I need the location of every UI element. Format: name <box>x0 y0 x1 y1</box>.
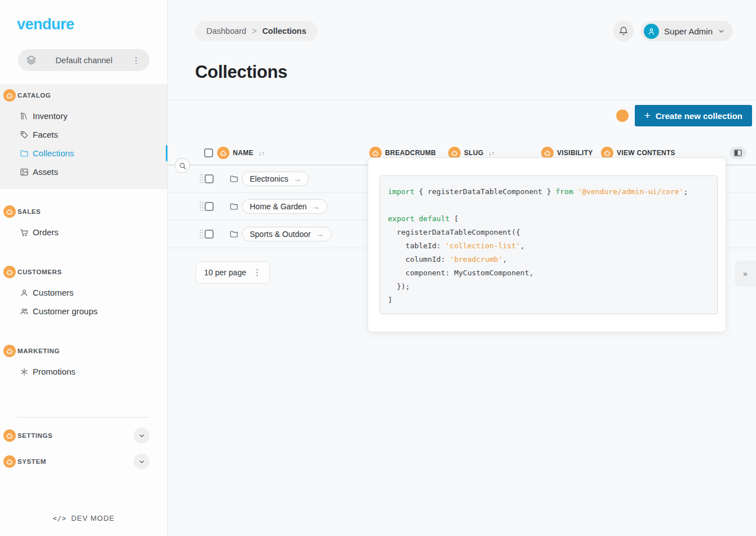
collection-chip-sports-outdoor[interactable]: Sports & Outdoor→ <box>242 227 331 241</box>
arrow-right-icon: → <box>293 174 301 183</box>
collection-chip-electronics[interactable]: Electronics→ <box>242 172 309 186</box>
image-icon <box>19 167 29 177</box>
sidebar-item-facets[interactable]: Facets <box>0 125 167 144</box>
plugin-badge-icon <box>3 429 16 442</box>
chevron-down-icon <box>138 458 145 465</box>
avatar <box>644 24 659 39</box>
sidebar-item-label: Assets <box>33 167 58 177</box>
vendure-logo: vendure <box>0 0 167 33</box>
notifications-button[interactable] <box>613 21 634 41</box>
collection-chip-home-garden[interactable]: Home & Garden→ <box>242 199 328 214</box>
column-header-name: NAME↓↑ <box>204 147 265 159</box>
sidebar: vendure Default channel ⋮ CATALOGInvento… <box>0 0 168 536</box>
arrow-right-icon: → <box>312 202 320 211</box>
dev-mode-label: DEV MODE <box>71 514 114 522</box>
drag-handle[interactable] <box>200 230 204 239</box>
code-line <box>388 199 709 212</box>
drag-handle[interactable] <box>200 174 204 184</box>
dev-mode-indicator[interactable]: </> DEV MODE <box>0 514 167 522</box>
per-page-label: 10 per page <box>204 268 246 277</box>
row-checkbox[interactable] <box>205 230 214 239</box>
cart-icon <box>19 227 29 237</box>
select-all-checkbox[interactable] <box>204 148 213 157</box>
topbar: Dashboard > Collections Super Admin <box>195 21 733 41</box>
sidebar-item-assets[interactable]: Assets <box>0 162 167 181</box>
sidebar-nav-bottom: SETTINGSSYSTEM <box>0 428 167 480</box>
drag-handle[interactable] <box>200 202 204 212</box>
sidebar-item-customers[interactable]: Customers <box>0 283 167 302</box>
sidebar-item-customer-groups[interactable]: Customer groups <box>0 302 167 320</box>
library-icon <box>19 111 29 121</box>
sidebar-section-settings: SETTINGS <box>0 428 167 443</box>
code-line: ] <box>388 293 709 307</box>
sort-icon[interactable]: ↓↑ <box>489 150 495 156</box>
plus-icon: + <box>644 110 651 121</box>
row-checkbox[interactable] <box>205 174 214 183</box>
code-line: tableId: 'collection-list', <box>388 239 709 253</box>
bell-icon <box>618 26 629 36</box>
collection-name: Home & Garden <box>250 202 307 211</box>
sidebar-item-label: Orders <box>33 227 59 237</box>
column-settings-button[interactable] <box>730 147 746 159</box>
chevron-down-icon <box>138 432 145 440</box>
search-button[interactable] <box>175 158 190 173</box>
code-line: }); <box>388 280 709 293</box>
code-line: registerDataTableComponent({ <box>388 226 709 239</box>
sidebar-nav: CATALOGInventoryFacetsCollectionsAssetsS… <box>0 84 167 389</box>
breadcrumb: Dashboard > Collections <box>195 21 317 41</box>
collection-name: Sports & Outdoor <box>250 230 311 239</box>
code-line: component: MyCustomComponent, <box>388 266 709 280</box>
column-label: VIEW CONTENTS <box>617 149 675 157</box>
breadcrumb-dashboard-link[interactable]: Dashboard <box>206 27 246 36</box>
breadcrumb-current: Collections <box>262 27 306 36</box>
sidebar-item-label: Customers <box>33 288 74 297</box>
code-block: import { registerDataTableComponent } fr… <box>379 175 718 314</box>
sort-icon[interactable]: ↓↑ <box>259 150 265 156</box>
plugin-badge-icon <box>3 455 16 468</box>
column-label: NAME <box>233 149 254 157</box>
channel-selector[interactable]: Default channel ⋮ <box>18 49 149 71</box>
per-page-select[interactable]: 10 per page ⋮ <box>196 261 270 284</box>
create-new-collection-button[interactable]: + Create new collection <box>635 105 752 126</box>
users-icon <box>19 306 29 316</box>
layers-icon <box>26 55 37 66</box>
sidebar-section-sales: SALESOrders <box>0 200 167 249</box>
section-label: MARKETING <box>17 348 60 354</box>
folder-icon <box>229 174 238 183</box>
sidebar-item-label: Collections <box>33 148 74 158</box>
asterisk-icon <box>19 367 29 376</box>
kebab-vertical-icon[interactable]: ⋮ <box>131 55 142 65</box>
code-line: export default [ <box>388 212 709 226</box>
folder-icon <box>229 202 238 211</box>
sidebar-item-label: Customer groups <box>33 306 98 316</box>
user-icon <box>19 288 29 297</box>
user-menu[interactable]: Super Admin <box>641 21 733 41</box>
sidebar-item-label: Promotions <box>33 367 76 376</box>
next-page-button[interactable]: » <box>735 261 756 287</box>
section-items: InventoryFacetsCollectionsAssets <box>0 107 167 181</box>
header-divider <box>168 100 756 100</box>
section-label: CATALOG <box>17 92 51 99</box>
sidebar-section-header-marketing: MARKETING <box>0 344 167 358</box>
folder-icon <box>19 148 29 158</box>
sidebar-item-collections[interactable]: Collections <box>0 144 167 162</box>
sidebar-item-promotions[interactable]: Promotions <box>0 362 167 381</box>
sidebar-divider <box>17 417 149 418</box>
sidebar-item-orders[interactable]: Orders <box>0 223 167 241</box>
section-label: SYSTEM <box>17 458 46 465</box>
sidebar-item-inventory[interactable]: Inventory <box>0 107 167 125</box>
collection-name: Electronics <box>250 174 288 183</box>
row-checkbox[interactable] <box>205 202 214 211</box>
section-toggle-system[interactable] <box>134 454 149 469</box>
sidebar-section-customers: CUSTOMERSCustomersCustomer groups <box>0 261 167 328</box>
section-label: SETTINGS <box>17 432 52 439</box>
section-label: CUSTOMERS <box>17 269 62 275</box>
section-toggle-settings[interactable] <box>134 428 149 443</box>
plugin-badge-icon <box>616 109 629 122</box>
section-items: CustomersCustomer groups <box>0 283 167 320</box>
chevron-down-icon <box>718 28 725 35</box>
active-item-indicator <box>166 145 167 161</box>
channel-label: Default channel <box>37 56 131 65</box>
sidebar-item-label: Facets <box>33 130 58 139</box>
plugin-badge-icon <box>3 89 16 102</box>
